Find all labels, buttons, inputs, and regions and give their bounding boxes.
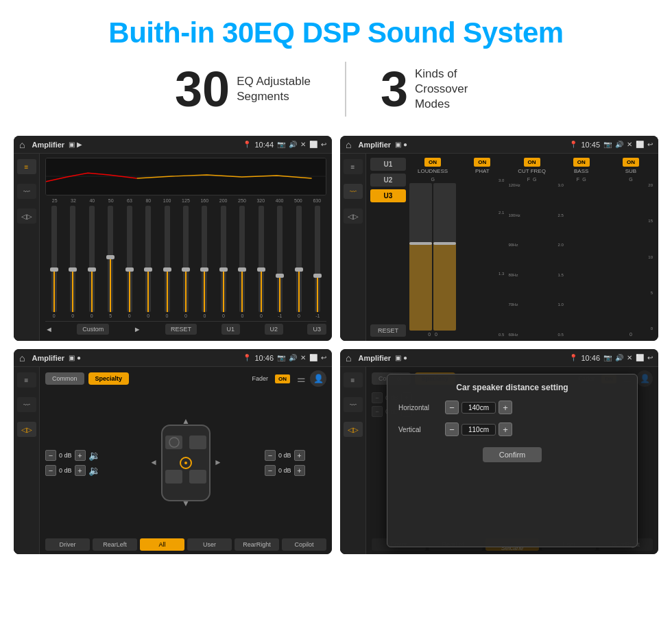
distance-sidebar-vol-icon[interactable]: ◁▷ [344,422,363,437]
freq-125: 125 [176,198,195,203]
balance-db-row-2: − 0 dB + 🔉 [45,465,107,476]
crossover-phat: ON PHAT [459,158,505,174]
bass-on-btn[interactable]: ON [573,158,590,167]
eq-slider-7[interactable]: 0 [177,206,194,318]
eq-slider-8[interactable]: 0 [196,206,213,318]
loudness-channel: G 00 [409,177,456,337]
crossover-reset-btn[interactable]: RESET [370,324,406,337]
crossover-back-icon[interactable]: ↩ [647,141,653,148]
balance-minus-4[interactable]: − [265,465,276,476]
loudness-on-btn[interactable]: ON [424,158,441,167]
bass-labels: FG [577,177,586,182]
balance-db-val-3: 0 dB [278,452,291,459]
balance-minus-1[interactable]: − [45,450,56,461]
loudness-slider-1[interactable] [409,183,432,331]
crossover-u2-btn[interactable]: U2 [370,174,406,187]
eq-play-icon[interactable]: ▣ ▶ [69,141,82,148]
eq-sidebar-wave-icon[interactable]: 〰 [17,184,36,199]
crossover-pin-icon: 📍 [569,141,577,148]
speaker-icon-2: 🔉 [88,465,100,476]
eq-reset-btn[interactable]: RESET [165,324,197,335]
cutfreq-label: CUT FREQ [518,168,546,174]
distance-topbar-icons: 📍 10:46 📷 🔊 ✕ ⬜ ↩ [569,354,653,362]
eq-slider-2[interactable]: 0 [83,206,100,318]
distance-sidebar-eq-icon[interactable]: ≡ [344,372,363,387]
eq-u1-btn[interactable]: U1 [221,324,241,335]
crossover-u1-btn[interactable]: U1 [370,158,406,171]
sub-slider-area: 20151050 [608,183,654,331]
balance-sidebar-vol-icon[interactable]: ◁▷ [17,422,36,437]
vertical-plus-btn[interactable]: + [499,422,512,436]
eq-slider-4[interactable]: 0 [121,206,138,318]
balance-minus-2[interactable]: − [45,465,56,476]
confirm-button[interactable]: Confirm [483,447,542,462]
eq-slider-6[interactable]: 0 [158,206,176,318]
horizontal-plus-btn[interactable]: + [499,401,512,414]
eq-next-btn[interactable]: ► [134,325,141,333]
vertical-minus-btn[interactable]: − [445,422,459,436]
crossover-home-icon[interactable]: ⌂ [346,139,351,150]
eq-slider-9[interactable]: 0 [215,206,232,318]
balance-sidebar-wave-icon[interactable]: 〰 [17,397,36,412]
eq-slider-11[interactable]: 0 [252,206,269,318]
distance-topbar: ⌂ Amplifier ▣ ● 📍 10:46 📷 🔊 ✕ ⬜ ↩ [340,349,658,367]
profile-icon[interactable]: 👤 [310,370,326,387]
balance-back-icon[interactable]: ↩ [321,354,326,361]
balance-all-btn[interactable]: All [140,538,184,551]
phat-on-btn[interactable]: ON [474,158,490,167]
balance-common-btn[interactable]: Common [45,372,84,385]
balance-x-icon: ✕ [300,354,306,361]
crossover-sidebar-eq-icon[interactable]: ≡ [344,159,363,174]
eq-slider-0[interactable]: 0 [45,206,62,318]
eq-u2-btn[interactable]: U2 [265,324,284,335]
eq-slider-14[interactable]: -1 [309,206,326,318]
balance-rearleft-btn[interactable]: RearLeft [93,538,137,551]
eq-slider-10[interactable]: 0 [234,206,251,318]
eq-slider-1[interactable]: 0 [64,206,81,318]
distance-x-icon: ✕ [627,354,632,361]
balance-plus-2[interactable]: + [75,465,86,476]
eq-slider-13[interactable]: 0 [290,206,307,318]
sub-on-btn[interactable]: ON [623,158,639,167]
eq-sidebar-eq-icon[interactable]: ≡ [17,159,36,174]
balance-specialty-btn[interactable]: Specialty [88,372,130,385]
eq-slider-3[interactable]: 5 [101,206,119,318]
loudness-slider-2[interactable] [433,183,456,331]
eq-slider-5[interactable]: 0 [139,206,156,318]
balance-sidebar-eq-icon[interactable]: ≡ [17,372,36,387]
balance-left-controls: − 0 dB + 🔉 − 0 dB + 🔉 [45,390,107,536]
stat-eq: 30 EQ AdjustableSegments [141,64,345,114]
crossover-rec-icon: ▣ ● [395,141,407,148]
balance-plus-3[interactable]: + [294,450,305,461]
distance-sidebar-wave-icon[interactable]: 〰 [344,397,363,412]
horizontal-minus-btn[interactable]: − [445,401,459,414]
eq-prev-btn[interactable]: ◄ [45,325,53,333]
balance-home-icon[interactable]: ⌂ [19,353,25,363]
eq-home-icon[interactable]: ⌂ [19,139,25,150]
dialog-vertical-row: Vertical − 110cm + [398,422,626,436]
distance-home-icon[interactable]: ⌂ [346,353,351,363]
fader-slider-icon[interactable]: ⚌ [297,373,306,384]
eq-custom-btn[interactable]: Custom [77,324,109,335]
vertical-label: Vertical [398,426,440,433]
cutfreq-on-btn[interactable]: ON [524,158,540,167]
eq-slider-12[interactable]: -1 [272,206,289,318]
balance-user-btn[interactable]: User [187,538,232,551]
eq-sidebar-vol-icon[interactable]: ◁▷ [17,208,36,224]
balance-copilot-btn[interactable]: Copilot [282,538,326,551]
eq-number: 30 [175,64,230,114]
distance-back-icon[interactable]: ↩ [647,354,653,361]
crossover-u3-btn[interactable]: U3 [370,189,406,202]
crossover-sidebar-vol-icon[interactable]: ◁▷ [344,208,363,224]
balance-plus-4[interactable]: + [294,465,305,476]
eq-back-icon[interactable]: ↩ [321,141,326,148]
crossover-x-icon: ✕ [627,141,632,148]
freq-63: 63 [120,198,139,203]
balance-rearright-btn[interactable]: RearRight [235,538,279,551]
balance-minus-3[interactable]: − [265,450,276,461]
balance-car-diagram: ▲ ▼ ◄ ► [112,390,259,536]
crossover-sidebar-wave-icon[interactable]: 〰 [344,184,363,199]
eq-u3-btn[interactable]: U3 [307,324,326,335]
balance-driver-btn[interactable]: Driver [45,538,90,551]
balance-plus-1[interactable]: + [75,450,86,461]
